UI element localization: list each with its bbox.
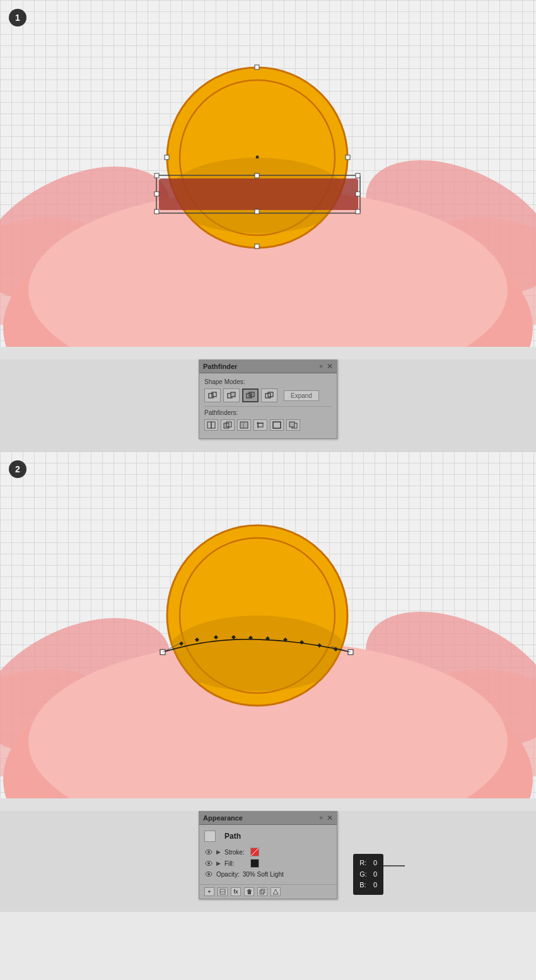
pathfinder-panel: Pathfinder « ✕ Shape Modes: [199,359,337,439]
svg-point-25 [256,156,259,159]
unite-icon[interactable] [204,388,221,402]
svg-rect-81 [261,889,265,893]
svg-rect-24 [346,155,350,160]
copy-icon[interactable] [257,887,267,896]
titlebar-right: « ✕ [318,362,333,371]
svg-rect-16 [154,209,159,214]
svg-rect-80 [260,890,264,894]
stroke-swatch[interactable] [250,848,259,856]
pathfinders-row [204,419,332,431]
opacity-value: 30% Soft Light [243,871,284,878]
titlebar-left: Pathfinder [203,363,237,370]
path-label: Path [219,829,241,843]
svg-rect-11 [159,178,358,210]
connector-line [383,865,405,866]
svg-marker-82 [273,889,278,894]
g-label: G: [359,869,367,880]
ap-collapse-btn[interactable]: « [318,814,324,821]
shape-modes-row: Expand [204,388,332,402]
svg-rect-17 [255,209,259,214]
trim-icon[interactable] [221,419,235,431]
stroke-expand-arrow[interactable]: ▶ [216,849,221,855]
minus-back-icon[interactable] [286,419,300,431]
path-swatch [204,831,216,842]
panel-divider [204,406,332,407]
appearance-titlebar: Appearance « ✕ [199,811,337,825]
b-label: B: [359,880,366,891]
rgb-tooltip: R: 0 G: 0 B: 0 [353,854,383,895]
eye-icon-opacity[interactable] [204,870,213,878]
outline-icon[interactable] [270,419,284,431]
b-val: 0 [373,880,377,891]
gap-1 [0,347,536,359]
fill-expand-arrow[interactable]: ▶ [216,860,221,866]
pathfinders-label: Pathfinders: [204,409,332,416]
pathfinder-body: Shape Modes: [199,373,337,438]
minus-front-icon[interactable] [223,388,240,402]
delete-icon[interactable]: 🗑 [244,887,254,896]
r-label: R: [359,858,366,869]
svg-rect-32 [249,394,252,397]
fx-icon[interactable]: fx [231,887,241,896]
fill-row: ▶ Fill: [204,858,332,869]
eye-icon-fill[interactable] [204,860,213,867]
svg-point-57 [167,615,347,691]
svg-rect-18 [356,209,360,214]
exclude-icon[interactable] [261,388,277,402]
appearance-panel-area: Appearance « ✕ Path [0,811,536,912]
appearance-body: Path ▶ Stroke: [199,825,337,884]
stroke-label: Stroke: [224,849,247,856]
svg-rect-23 [165,155,169,160]
merge-icon[interactable] [237,419,251,431]
svg-rect-20 [356,192,360,196]
ap-close-btn[interactable]: ✕ [327,814,333,822]
canvas-1: 1 [0,0,536,347]
ap-titlebar-left: Appearance [203,814,243,822]
collapse-btn[interactable]: « [318,363,324,370]
svg-rect-44 [273,422,281,428]
add-item-icon[interactable]: + [204,887,214,896]
svg-rect-26 [209,394,213,398]
svg-rect-19 [154,192,159,196]
close-btn[interactable]: ✕ [327,362,333,371]
crop-icon[interactable] [253,419,267,431]
fill-label: Fill: [224,860,247,867]
svg-rect-46 [289,422,294,427]
canvas-2: 2 [0,452,536,798]
divide-icon[interactable] [204,419,218,431]
svg-point-75 [207,862,210,865]
panel-icon-2[interactable] [218,887,228,896]
step-badge-1: 1 [9,9,26,26]
appearance-title: Appearance [203,814,243,822]
svg-rect-27 [212,392,216,397]
section-1: 1 [0,0,536,452]
eye-icon-stroke[interactable] [204,848,213,856]
opacity-row: Opacity: 30% Soft Light [204,869,332,879]
svg-rect-35 [207,422,211,428]
g-val: 0 [373,869,377,880]
gap-2 [0,798,536,811]
appearance-panel: Appearance « ✕ Path [199,811,337,899]
svg-rect-29 [231,392,235,397]
svg-rect-21 [255,65,259,69]
svg-rect-36 [211,422,215,428]
svg-rect-41 [258,423,263,427]
ap-titlebar-right: « ✕ [318,814,333,822]
svg-point-73 [207,851,210,853]
svg-rect-39 [240,422,248,428]
intersect-icon[interactable] [242,388,259,402]
step-badge-2: 2 [9,460,26,478]
panel-icon-last[interactable] [271,887,281,896]
svg-rect-13 [154,173,159,178]
section-2: 2 [0,452,536,912]
pathfinder-title: Pathfinder [203,363,237,370]
expand-button[interactable]: Expand [284,390,319,401]
panel-bottom-bar: + fx 🗑 [199,884,337,899]
r-val: 0 [373,858,377,869]
svg-rect-15 [356,173,360,178]
svg-point-77 [207,873,210,875]
pathfinder-panel-area: Pathfinder « ✕ Shape Modes: [0,359,536,452]
piggy-illustration-1 [0,0,536,347]
opacity-label: Opacity: [216,871,240,878]
fill-swatch[interactable] [250,859,259,868]
